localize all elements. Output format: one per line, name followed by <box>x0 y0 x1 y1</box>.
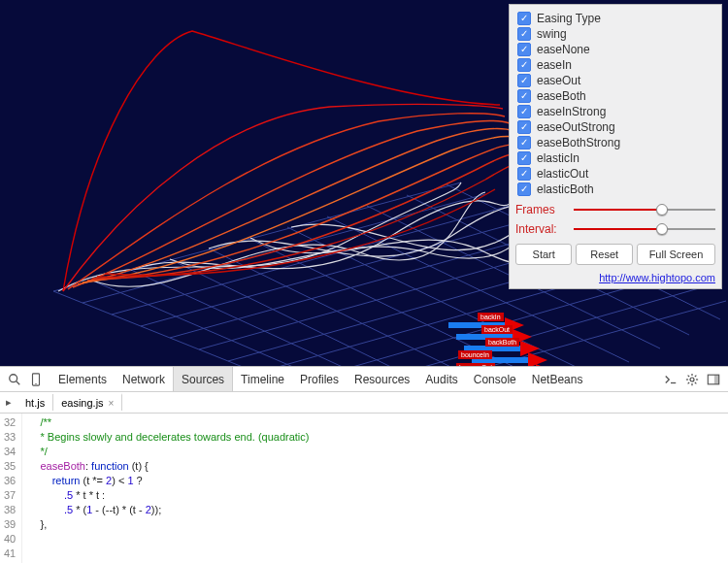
check-elasticout[interactable]: ✓elasticOut <box>515 166 715 182</box>
svg-marker-29 <box>536 364 555 366</box>
hightopo-link[interactable]: http://www.hightopo.com <box>599 272 715 283</box>
checkbox-icon[interactable]: ✓ <box>517 43 531 56</box>
interval-slider[interactable] <box>574 222 715 236</box>
console-toggle-icon[interactable] <box>664 373 678 386</box>
check-easeboth[interactable]: ✓easeBoth <box>515 88 715 104</box>
tab-netbeans[interactable]: NetBeans <box>524 367 591 391</box>
curve-flag: backOut <box>481 325 513 334</box>
devtools-toolbar: ElementsNetworkSourcesTimelineProfilesRe… <box>0 367 728 392</box>
start-button[interactable]: Start <box>515 244 572 265</box>
tab-console[interactable]: Console <box>466 367 524 391</box>
check-easein[interactable]: ✓easeIn <box>515 57 715 73</box>
svg-line-3 <box>170 259 471 366</box>
checkbox-icon[interactable]: ✓ <box>517 136 531 149</box>
check-elasticboth[interactable]: ✓elasticBoth <box>515 182 715 197</box>
check-label: easeBoth <box>537 89 586 103</box>
device-icon[interactable] <box>29 373 43 386</box>
check-label: easeBothStrong <box>537 136 620 149</box>
curve-flag: backBoth <box>485 338 519 347</box>
checkbox-icon[interactable]: ✓ <box>517 120 531 134</box>
close-icon[interactable]: × <box>109 398 115 409</box>
check-easing-type[interactable]: ✓Easing Type <box>515 11 715 26</box>
checkbox-icon[interactable]: ✓ <box>517 105 531 118</box>
svg-line-35 <box>17 381 20 384</box>
tab-elements[interactable]: Elements <box>50 367 115 391</box>
check-easeinstrong[interactable]: ✓easeInStrong <box>515 104 715 119</box>
reset-button[interactable]: Reset <box>576 244 632 265</box>
file-tab-ht-js[interactable]: ht.js <box>17 394 53 411</box>
gear-icon[interactable] <box>685 373 699 386</box>
checkbox-icon[interactable]: ✓ <box>517 12 531 25</box>
check-label: easeIn <box>537 58 572 72</box>
devtools: ElementsNetworkSourcesTimelineProfilesRe… <box>0 366 728 563</box>
checkbox-icon[interactable]: ✓ <box>517 167 531 181</box>
checkbox-icon[interactable]: ✓ <box>517 151 531 165</box>
tab-audits[interactable]: Audits <box>417 367 465 391</box>
svg-point-37 <box>35 382 36 383</box>
check-easeout[interactable]: ✓easeOut <box>515 73 715 88</box>
interval-label: Interval: <box>515 222 566 236</box>
check-elasticin[interactable]: ✓elasticIn <box>515 150 715 166</box>
file-tab-easing-js[interactable]: easing.js× <box>53 393 122 411</box>
check-label: elasticIn <box>537 151 579 165</box>
check-label: Easing Type <box>537 12 601 25</box>
tab-network[interactable]: Network <box>115 367 173 391</box>
check-label: easeOutStrong <box>537 120 615 134</box>
check-label: elasticOut <box>537 167 588 181</box>
svg-marker-27 <box>528 352 547 366</box>
svg-point-34 <box>10 374 17 381</box>
search-icon[interactable] <box>8 373 21 386</box>
code-editor[interactable]: 32333435363738394041 /** * Begins slowly… <box>0 414 728 563</box>
svg-line-1 <box>92 281 383 366</box>
check-easebothstrong[interactable]: ✓easeBothStrong <box>515 135 715 150</box>
checkbox-icon[interactable]: ✓ <box>517 89 531 103</box>
file-tab-arrow-icon[interactable]: ▸ <box>0 396 17 409</box>
curve-flag: backIn <box>478 313 504 321</box>
visualization-canvas[interactable]: backIn backOut backBoth bounceIn bounceO… <box>0 0 728 366</box>
check-easenone[interactable]: ✓easeNone <box>515 42 715 57</box>
checkbox-icon[interactable]: ✓ <box>517 58 531 72</box>
curve-flag: bounceOut <box>456 363 495 366</box>
svg-line-46 <box>688 381 690 383</box>
tab-profiles[interactable]: Profiles <box>292 367 347 391</box>
check-label: easeOut <box>537 74 580 87</box>
dock-icon[interactable] <box>707 373 720 386</box>
curve-flag: bounceIn <box>458 350 492 359</box>
file-tab-bar: ▸ ht.jseasing.js× <box>0 392 728 414</box>
fullscreen-button[interactable]: Full Screen <box>637 244 715 265</box>
svg-rect-49 <box>714 375 719 384</box>
checkbox-icon[interactable]: ✓ <box>517 27 531 41</box>
frames-label: Frames <box>515 203 566 216</box>
checkbox-icon[interactable]: ✓ <box>517 182 531 196</box>
svg-line-47 <box>695 375 697 377</box>
svg-point-39 <box>690 377 694 381</box>
check-easeoutstrong[interactable]: ✓easeOutStrong <box>515 119 715 135</box>
check-label: swing <box>537 27 567 41</box>
check-label: easeInStrong <box>537 105 606 118</box>
check-label: easeNone <box>537 43 590 56</box>
tab-sources[interactable]: Sources <box>173 367 233 391</box>
tab-resources[interactable]: Resources <box>347 367 417 391</box>
checkbox-icon[interactable]: ✓ <box>517 74 531 87</box>
svg-line-44 <box>688 375 690 377</box>
svg-line-45 <box>695 381 697 383</box>
check-swing[interactable]: ✓swing <box>515 26 715 42</box>
frames-slider[interactable] <box>574 203 715 216</box>
tab-timeline[interactable]: Timeline <box>233 367 292 391</box>
control-panel: ✓Easing Type ✓swing ✓easeNone ✓easeIn ✓e… <box>509 4 722 289</box>
check-label: elasticBoth <box>537 182 594 196</box>
